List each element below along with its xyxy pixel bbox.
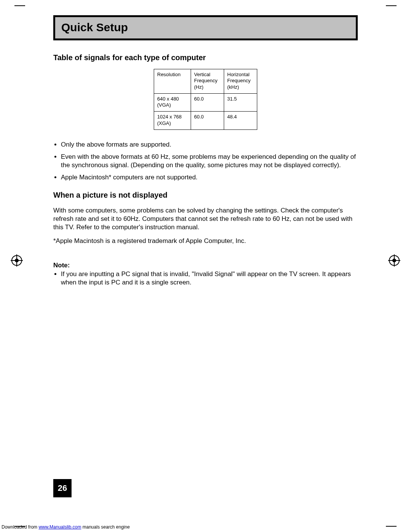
table-cell: 1024 x 768(XGA) <box>154 112 191 130</box>
page-title: Quick Setup <box>61 21 350 34</box>
table-cell: 60.0 <box>191 112 224 130</box>
svg-point-3 <box>15 259 19 262</box>
crop-mark <box>14 5 25 6</box>
list-item: If you are inputting a PC signal that is… <box>61 270 358 287</box>
list-item: Only the above formats are supported. <box>61 141 358 149</box>
signals-table: Resolution VerticalFrequency(Hz) Horizon… <box>154 69 257 130</box>
note-list: If you are inputting a PC signal that is… <box>53 270 358 287</box>
table-cell: 31.5 <box>224 93 257 112</box>
list-item: Apple Macintosh* computers are not suppo… <box>61 173 358 182</box>
footer-prefix: Downloaded from <box>2 524 38 530</box>
note-label: Note: <box>53 262 358 269</box>
footer: Downloaded from www.Manualslib.com manua… <box>2 524 130 530</box>
table-cell: 640 x 480(VGA) <box>154 93 191 112</box>
svg-point-7 <box>392 259 396 262</box>
table-row: 1024 x 768(XGA) 60.0 48.4 <box>154 112 257 130</box>
footer-suffix: manuals search engine <box>81 524 129 530</box>
page-content: Quick Setup Table of signals for each ty… <box>53 15 358 287</box>
footer-link[interactable]: www.Manualslib.com <box>38 524 81 530</box>
table-cell: 60.0 <box>191 93 224 112</box>
table-header: HorizontalFrequency(kHz) <box>224 69 257 94</box>
title-box: Quick Setup <box>53 15 358 40</box>
crop-mark <box>386 526 397 527</box>
table-header: Resolution <box>154 69 191 94</box>
page-number: 26 <box>53 479 72 497</box>
table-cell: 48.4 <box>224 112 257 130</box>
registration-mark-icon <box>11 254 23 267</box>
body-text: *Apple Macintosh is a registered tradema… <box>53 237 358 245</box>
list-item: Even with the above formats at 60 Hz, so… <box>61 153 358 169</box>
registration-mark-icon <box>388 254 400 267</box>
section-heading-signals: Table of signals for each type of comput… <box>53 53 358 62</box>
table-row: 640 x 480(VGA) 60.0 31.5 <box>154 93 257 112</box>
table-header: VerticalFrequency(Hz) <box>191 69 224 94</box>
bullet-list: Only the above formats are supported. Ev… <box>53 141 358 182</box>
body-text: With some computers, some problems can b… <box>53 206 358 232</box>
crop-mark <box>386 5 397 6</box>
section-heading-picture: When a picture is not displayed <box>53 191 358 200</box>
